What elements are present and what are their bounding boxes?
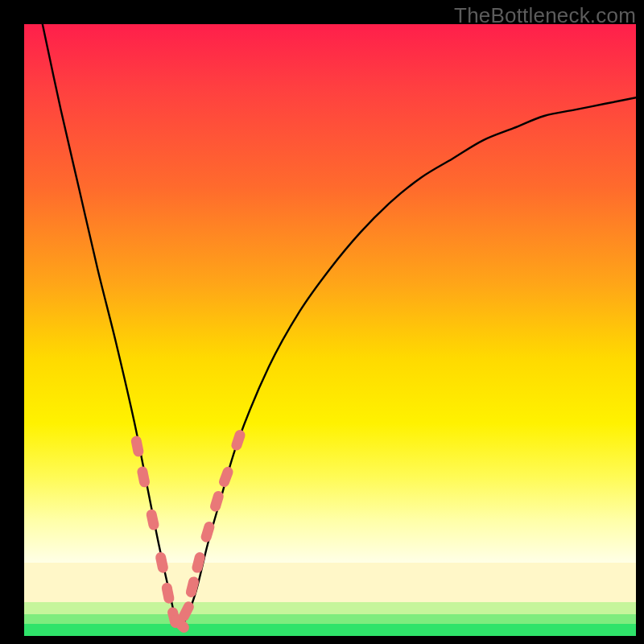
curve-marker (155, 551, 169, 574)
curve-marker (200, 520, 216, 543)
curve-marker (191, 551, 206, 574)
svg-rect-0 (130, 435, 145, 457)
svg-rect-10 (200, 520, 216, 543)
curve-marker (185, 576, 200, 598)
svg-rect-12 (217, 465, 234, 489)
curve-layer (24, 24, 636, 636)
svg-rect-2 (146, 509, 160, 531)
watermark-text: TheBottleneck.com (454, 3, 636, 28)
curve-marker (161, 582, 175, 605)
marker-group (130, 428, 247, 634)
svg-rect-4 (161, 582, 175, 605)
svg-rect-11 (208, 489, 225, 513)
svg-rect-9 (191, 551, 206, 574)
bottleneck-curve (43, 24, 636, 627)
curve-marker (146, 509, 160, 531)
curve-marker (230, 428, 247, 452)
curve-marker (136, 465, 151, 488)
curve-marker (217, 465, 234, 489)
svg-rect-3 (155, 551, 169, 574)
svg-rect-1 (136, 465, 151, 488)
svg-rect-13 (230, 428, 247, 452)
curve-marker (208, 489, 225, 513)
svg-rect-8 (185, 576, 200, 598)
curve-marker (130, 435, 145, 457)
plot-area (24, 24, 636, 636)
outer-frame: TheBottleneck.com (0, 0, 644, 644)
